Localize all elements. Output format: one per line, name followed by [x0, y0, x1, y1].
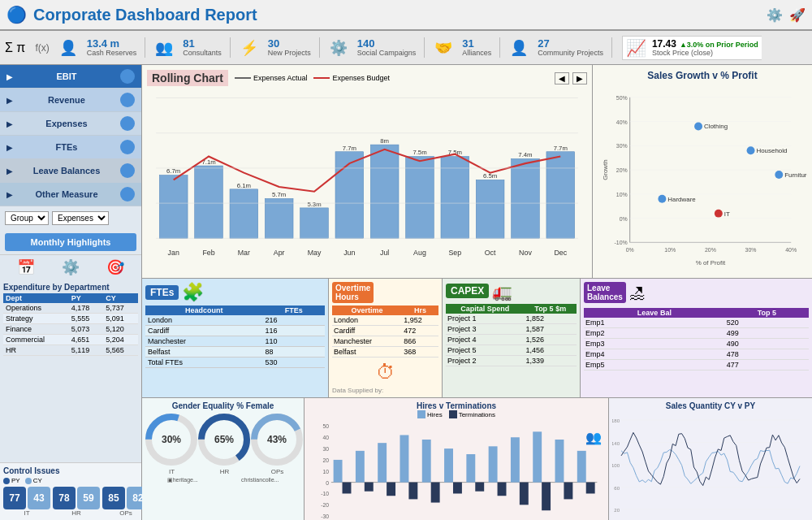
month-label: Jul	[380, 249, 389, 258]
table-row: Project 31,587	[446, 324, 577, 335]
sales-qty-panel: Sales Quantity CY v PY 1801401006020 CY …	[609, 398, 812, 520]
exp-col-dept: Dept	[3, 293, 69, 303]
donut-pct: 43%	[267, 434, 287, 445]
person-icon: 👤	[59, 39, 77, 57]
table-cell: 116	[263, 326, 325, 336]
y-label: 100	[612, 463, 620, 468]
revenue-info-button[interactable]	[120, 93, 135, 107]
donut-label: HR	[220, 468, 230, 475]
table-cell: Commercial	[3, 335, 69, 345]
table-cell: Project 1	[446, 314, 524, 324]
table-row: HR5,1195,565	[3, 345, 138, 356]
table-cell: 478	[725, 349, 809, 360]
hire-bar	[489, 446, 498, 482]
expenses-select[interactable]: Expenses	[52, 211, 109, 225]
table-row: Project 51,456	[446, 345, 577, 356]
table-cell: 866	[402, 336, 438, 347]
kpi-consultants: 81 Consultants	[183, 37, 231, 58]
bar-label: 6.1m	[237, 182, 251, 189]
table-row: Cardiff116	[145, 326, 325, 336]
main-content: ▶ EBIT ▶ Revenue ▶ Expenses ▶ FTEs ▶	[0, 65, 812, 520]
chart-next-button[interactable]: ▶	[572, 72, 587, 84]
month-label: Oct	[485, 249, 496, 258]
chart-nav: ◀ ▶	[555, 72, 587, 84]
table-cell: London	[332, 315, 402, 326]
sigma-icon: Σ π	[5, 41, 25, 55]
target-icon[interactable]: 🎯	[106, 258, 124, 276]
sidebar-item-expenses[interactable]: ▶ Expenses	[0, 112, 141, 136]
x-axis-label: % of Profit	[696, 259, 726, 266]
sidebar-item-ftes[interactable]: ▶ FTEs	[0, 136, 141, 159]
sidebar-item-other[interactable]: ▶ Other Measure	[0, 183, 141, 206]
leave-info-button[interactable]	[120, 163, 135, 178]
leave-panel: LeaveBalances 🏖 Leave Bal Top 5 Emp1520E…	[581, 279, 812, 397]
ot-col-hrs: Hrs	[402, 306, 438, 315]
term-bar	[431, 483, 440, 503]
table-cell: 477	[725, 360, 809, 370]
table-cell: Emp4	[584, 349, 725, 360]
table-cell: 5,119	[69, 345, 104, 356]
table-row: Belfast368	[332, 347, 438, 358]
sidebar-item-revenue[interactable]: ▶ Revenue	[0, 89, 141, 112]
bar	[370, 145, 399, 238]
ot-footer: Data Supplied by:	[332, 387, 438, 394]
app-title: Corporate Dashboard Report	[33, 6, 760, 24]
ebit-info-button[interactable]	[120, 69, 135, 84]
community-icon: 👤	[510, 39, 528, 57]
scatter-label: Hardware	[667, 196, 696, 203]
capex-data-table: Capital Spend Top 5 $m Project 11,852Pro…	[446, 304, 577, 366]
group-select[interactable]: Group	[5, 211, 49, 225]
budget-label: Expenses Budget	[332, 74, 390, 82]
table-cell: 5,565	[103, 345, 138, 356]
arrow-icon: ▶	[6, 72, 13, 81]
donut-pct: 30%	[162, 434, 181, 445]
scatter-label: Clothing	[704, 123, 728, 130]
scatter-point	[715, 210, 723, 218]
table-cell: London	[145, 315, 263, 326]
ci-py-val: 85	[102, 487, 125, 509]
settings-icon[interactable]: ⚙️	[767, 7, 783, 23]
month-label: Mar	[238, 249, 250, 258]
table-row: Strategy5,5555,091	[3, 314, 138, 324]
py-dot	[3, 478, 10, 484]
table-row: Finance5,0735,120	[3, 324, 138, 335]
capex-col-project: Capital Spend	[446, 304, 524, 314]
y-label: -10	[321, 491, 329, 496]
table-cell: 499	[725, 328, 809, 339]
logo-hr: christiancolle...	[241, 477, 279, 483]
chart-prev-button[interactable]: ◀	[555, 72, 569, 84]
hires-legend-item: Hires	[417, 410, 443, 418]
donut-chart: 65%	[198, 414, 251, 466]
donut-item: 43% OPs	[251, 414, 304, 475]
gear-icon[interactable]: ⚙️	[62, 258, 80, 276]
y-label: 180	[612, 418, 620, 423]
mid-section: FTEs 🧩 Headcount FTEs London216Cardiff11…	[142, 279, 812, 398]
hire-bar	[577, 451, 586, 483]
clock-icon: ⏱	[332, 361, 438, 384]
sidebar-item-leave[interactable]: ▶ Leave Balances	[0, 159, 141, 183]
table-row: Operations4,1785,737	[3, 303, 138, 314]
cy-line	[621, 432, 800, 485]
table-row: Total FTEs530	[145, 358, 325, 368]
hire-bar	[422, 440, 431, 483]
ftes-info-button[interactable]	[120, 140, 135, 154]
bar	[335, 152, 364, 239]
capex-badge: CAPEX	[446, 284, 489, 298]
calendar-icon[interactable]: 📅	[17, 258, 35, 276]
ci-dept-label: HR	[71, 509, 81, 517]
donut-row: 30% IT 65% HR 43% OPs	[145, 414, 300, 475]
table-cell: HR	[3, 345, 69, 356]
ftes-panel: FTEs 🧩 Headcount FTEs London216Cardiff11…	[142, 279, 329, 397]
other-info-button[interactable]	[120, 187, 135, 202]
sidebar-item-ebit[interactable]: ▶ EBIT	[0, 65, 141, 89]
scatter-point	[747, 146, 755, 154]
month-label: Jan	[168, 249, 179, 258]
content-area: Rolling Chart Expenses Actual Expenses B…	[142, 65, 812, 520]
table-cell: Project 4	[446, 335, 524, 345]
table-cell: 490	[725, 339, 809, 349]
hire-bar	[334, 460, 343, 483]
table-cell: 1,339	[524, 356, 577, 366]
expenses-info-button[interactable]	[120, 116, 135, 131]
y-label: 50%	[616, 95, 628, 101]
highlights-button[interactable]: Monthly Highlights	[5, 233, 136, 251]
